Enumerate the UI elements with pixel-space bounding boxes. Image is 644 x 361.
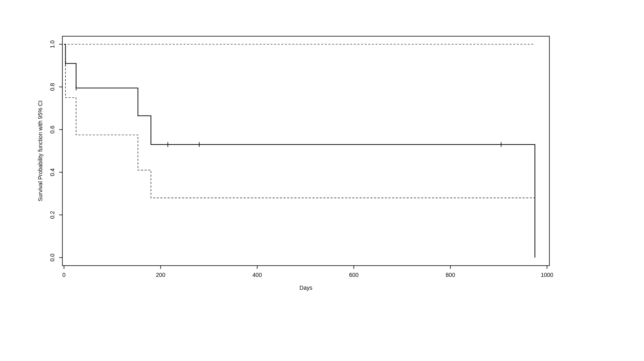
y-tick-08: 0.8 bbox=[49, 83, 56, 91]
x-tick-1000: 1000 bbox=[541, 272, 553, 278]
x-tick-200: 200 bbox=[156, 272, 165, 278]
censor-marks bbox=[66, 61, 501, 147]
km-survival-plot: 0 200 400 600 800 1000 0.0 0.2 0.4 0.6 0… bbox=[0, 0, 644, 361]
y-axis-tick-labels: 0.0 0.2 0.4 0.6 0.8 1.0 bbox=[49, 40, 56, 262]
y-tick-04: 0.4 bbox=[49, 168, 56, 176]
x-tick-600: 600 bbox=[349, 272, 359, 278]
y-tick-00: 0.0 bbox=[49, 254, 56, 262]
series-ci_lower bbox=[64, 44, 535, 198]
y-tick-02: 0.2 bbox=[49, 211, 56, 219]
x-tick-0: 0 bbox=[62, 272, 66, 278]
series-group bbox=[64, 44, 535, 258]
x-axis-tick-labels: 0 200 400 600 800 1000 bbox=[62, 272, 553, 278]
x-axis-ticks bbox=[64, 266, 547, 269]
y-axis-label: Survival Probability function with 95% C… bbox=[37, 101, 43, 202]
series-survival_estimate bbox=[64, 44, 535, 258]
y-axis-ticks bbox=[59, 44, 62, 258]
y-tick-06: 0.6 bbox=[49, 126, 56, 134]
plot-box bbox=[62, 36, 549, 266]
x-tick-400: 400 bbox=[252, 272, 262, 278]
x-tick-800: 800 bbox=[446, 272, 455, 278]
x-axis-label: Days bbox=[299, 285, 312, 291]
y-tick-10: 1.0 bbox=[49, 40, 56, 48]
